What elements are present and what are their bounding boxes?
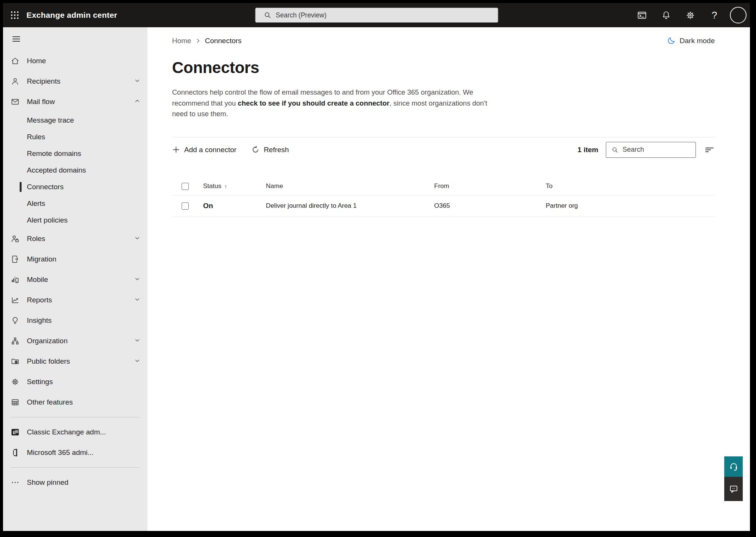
sidebar-divider [11,467,140,468]
sidebar-item-label: Public folders [27,357,70,366]
select-all-checkbox[interactable] [182,183,189,190]
moon-icon [667,36,676,45]
terminal-icon [637,10,647,20]
app-launcher-button[interactable] [3,3,26,27]
breadcrumb-current: Connectors [205,37,242,45]
sidebar-item-alert-policies[interactable]: Alert policies [3,212,147,229]
sidebar-item-label: Rules [27,133,45,141]
sidebar-item-label: Mobile [27,276,48,284]
sidebar-item-label: Message trace [27,116,74,125]
main-content: Home Connectors Dark mode Connectors Con… [147,27,750,531]
sidebar-item-organization[interactable]: Organization [3,331,147,351]
app-title: Exchange admin center [26,11,117,20]
row-checkbox[interactable] [182,202,189,210]
add-connector-button[interactable]: Add a connector [172,146,236,154]
sort-ascending-icon: ↑ [224,183,227,190]
sidebar-item-label: Migration [27,255,56,263]
sidebar-item-public-folders[interactable]: Public folders [3,351,147,372]
sidebar-item-mail-flow[interactable]: Mail flow [3,92,147,112]
breadcrumb-home-link[interactable]: Home [172,37,191,45]
refresh-label: Refresh [264,146,289,154]
folder-globe-icon [11,357,20,366]
sidebar-item-reports[interactable]: Reports [3,290,147,310]
sidebar-item-rules[interactable]: Rules [3,129,147,145]
collapse-nav-button[interactable] [11,33,22,45]
plus-icon [172,146,180,154]
sidebar-item-other-features[interactable]: Other features [3,392,147,412]
cell-to: Partner org [546,202,715,210]
sidebar-item-show-pinned[interactable]: Show pinned [3,472,147,493]
command-bar: Add a connector Refresh 1 item [172,137,715,162]
breadcrumb: Home Connectors [172,37,242,45]
cell-status: On [203,202,266,210]
sidebar-item-label: Connectors [27,183,64,191]
sidebar-item-classic-exchange-admin[interactable]: E Classic Exchange adm... [3,422,147,442]
app-launcher-icon [9,9,20,21]
list-search[interactable] [606,142,696,158]
search-icon [612,146,618,153]
feedback-bubble-icon [729,484,739,494]
sidebar-item-microsoft-365-admin[interactable]: Microsoft 365 admi... [3,442,147,463]
sidebar-item-accepted-domains[interactable]: Accepted domains [3,162,147,179]
sidebar-item-recipients[interactable]: Recipients [3,71,147,92]
feedback-button[interactable] [724,477,743,501]
sidebar-item-label: Show pinned [27,478,68,487]
sidebar-item-label: Classic Exchange adm... [27,428,106,436]
sidebar-item-mobile[interactable]: Mobile [3,269,147,290]
person-icon [11,77,20,86]
dark-mode-toggle[interactable]: Dark mode [667,36,715,45]
sidebar-item-label: Mail flow [27,98,55,106]
bell-icon [661,10,671,20]
support-button[interactable] [724,456,743,477]
filter-button[interactable] [704,145,715,154]
sidebar-item-home[interactable]: Home [3,51,147,71]
topbar: Exchange admin center [3,3,750,27]
sidebar-item-connectors[interactable]: Connectors [3,179,147,195]
column-header-name[interactable]: Name [266,182,434,190]
sidebar-item-label: Alerts [27,199,45,208]
column-header-status[interactable]: Status ↑ [203,182,266,190]
table-row[interactable]: On Deliver journal directly to Area 1 O3… [172,196,715,217]
cell-from: O365 [434,202,546,210]
sidebar-item-label: Accepted domains [27,166,86,174]
settings-button[interactable] [678,3,702,27]
gear-icon [685,10,695,20]
sidebar-item-alerts[interactable]: Alerts [3,195,147,212]
sidebar-item-label: Organization [27,337,68,345]
home-icon [11,56,20,65]
notifications-button[interactable] [654,3,678,27]
sidebar-item-roles[interactable]: Roles [3,229,147,249]
gear-icon [11,377,20,386]
microsoft-365-logo-icon [11,448,20,457]
classic-exchange-logo-icon: E [11,428,20,437]
description-emphasis: check to see if you should create a conn… [238,99,390,107]
topbar-actions: ? [630,3,750,27]
cell-name[interactable]: Deliver journal directly to Area 1 [266,202,434,210]
sidebar-item-label: Home [27,57,46,65]
avatar [730,7,747,23]
column-header-from[interactable]: From [434,182,546,190]
chevron-down-icon [134,235,141,243]
powershell-button[interactable] [630,3,654,27]
account-avatar-button[interactable] [727,3,750,27]
page-title: Connectors [172,59,715,77]
list-search-input[interactable] [622,146,695,154]
sidebar-item-remote-domains[interactable]: Remote domains [3,145,147,162]
chevron-down-icon [134,296,141,304]
column-header-to[interactable]: To [546,182,715,190]
help-button[interactable]: ? [702,3,727,27]
sidebar-item-settings[interactable]: Settings [3,372,147,392]
topbar-search[interactable] [255,8,498,23]
sidebar-divider [11,417,140,417]
sidebar-item-migration[interactable]: Migration [3,249,147,269]
filter-icon [704,145,715,154]
exchange-admin-window: Exchange admin center [3,3,750,531]
topbar-search-input[interactable] [276,11,498,19]
sidebar-item-message-trace[interactable]: Message trace [3,112,147,129]
add-connector-label: Add a connector [184,146,236,154]
headset-icon [729,462,739,472]
sidebar-item-insights[interactable]: Insights [3,310,147,331]
refresh-button[interactable]: Refresh [251,146,289,154]
column-header-label: Status [203,182,221,190]
dark-mode-label: Dark mode [680,37,715,45]
